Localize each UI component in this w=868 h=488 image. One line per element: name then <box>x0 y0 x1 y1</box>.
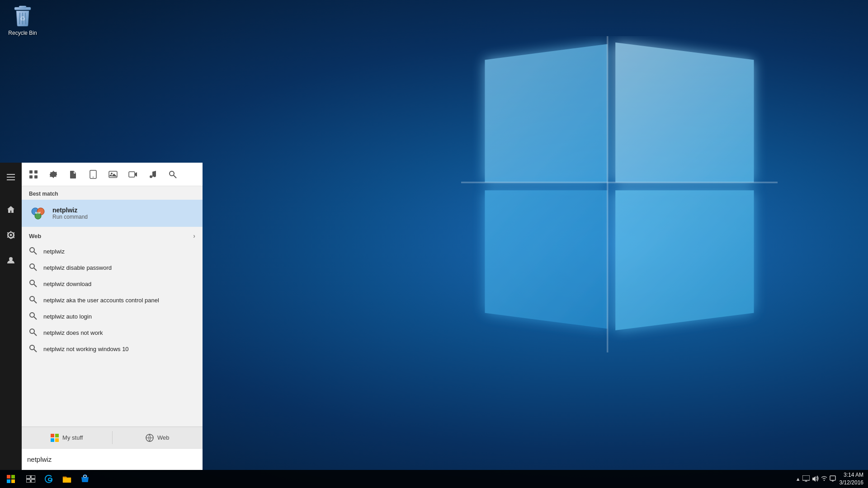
taskbar-edge-icon[interactable] <box>40 470 58 488</box>
sidebar-home[interactable] <box>0 199 22 221</box>
svg-line-40 <box>34 284 37 287</box>
best-match-sub: Run command <box>52 214 88 220</box>
taskbar-right: ▲ <box>796 471 868 487</box>
best-match-text: netplwiz Run command <box>52 206 88 220</box>
netplwiz-icon: usr <box>29 204 47 222</box>
svg-line-48 <box>34 349 37 352</box>
svg-rect-12 <box>7 174 15 175</box>
web-search-icon-0 <box>29 247 38 256</box>
web-result-text-1: netplwiz disable password <box>43 264 112 271</box>
web-result-3[interactable]: netplwiz aka the user accounts control p… <box>22 292 203 308</box>
web-search-icon-3 <box>29 296 38 305</box>
taskbar-display-icon[interactable] <box>802 475 810 483</box>
svg-rect-55 <box>7 475 10 479</box>
web-result-2[interactable]: netplwiz download <box>22 276 203 292</box>
taskbar: ▲ <box>0 470 868 488</box>
filter-photos-icon[interactable] <box>108 170 118 179</box>
filter-files-icon[interactable] <box>69 170 78 179</box>
web-section-label: Web <box>29 233 41 239</box>
web-search-icon-5 <box>29 328 38 337</box>
taskbar-start-button[interactable] <box>0 470 22 488</box>
taskbar-clock[interactable]: 3:14 AM 3/12/2016 <box>840 471 863 487</box>
taskbar-volume-icon[interactable] <box>811 475 819 483</box>
filter-settings-icon[interactable] <box>49 170 58 179</box>
web-result-5[interactable]: netplwiz does not work <box>22 324 203 341</box>
svg-rect-50 <box>55 434 59 437</box>
svg-point-16 <box>9 257 13 261</box>
web-search-icon-2 <box>29 279 38 288</box>
web-search-icon-6 <box>29 344 38 353</box>
windows-logo-desktop <box>461 36 778 352</box>
svg-rect-60 <box>31 475 35 479</box>
svg-point-15 <box>10 234 12 236</box>
web-result-text-2: netplwiz download <box>43 281 91 287</box>
taskbar-date-display: 3/12/2016 <box>840 479 863 487</box>
svg-rect-26 <box>129 172 135 177</box>
search-input-bar <box>22 448 203 470</box>
svg-point-35 <box>30 248 34 252</box>
web-result-1[interactable]: netplwiz disable password <box>22 259 203 276</box>
taskbar-store-icon[interactable] <box>76 470 94 488</box>
web-result-4[interactable]: netplwiz auto login <box>22 308 203 324</box>
best-match-label: Best match <box>22 186 203 200</box>
sidebar-user[interactable] <box>0 249 22 271</box>
svg-point-45 <box>30 329 34 333</box>
svg-rect-13 <box>7 177 15 178</box>
taskbar-network-icon[interactable] <box>821 475 828 483</box>
svg-text:usr: usr <box>35 210 41 215</box>
taskbar-sys-icons: ▲ <box>796 475 836 483</box>
taskbar-task-view[interactable] <box>22 470 40 488</box>
svg-point-25 <box>111 173 113 174</box>
best-match-item[interactable]: usr netplwiz Run command <box>22 200 203 227</box>
svg-rect-62 <box>31 479 35 483</box>
filter-tab-web-label: Web <box>157 434 170 441</box>
filter-video-icon[interactable] <box>128 170 137 179</box>
recycle-bin-label: Recycle Bin <box>8 30 37 36</box>
best-match-name: netplwiz <box>52 206 88 214</box>
bottom-filter-bar: My stuff Web <box>22 427 203 448</box>
web-search-icon-4 <box>29 312 38 321</box>
svg-rect-14 <box>7 179 15 180</box>
web-search-icon-1 <box>29 263 38 272</box>
web-result-0[interactable]: netplwiz <box>22 243 203 259</box>
svg-rect-17 <box>29 170 33 174</box>
taskbar-file-explorer[interactable] <box>58 470 76 488</box>
filter-tablet-icon[interactable] <box>89 170 98 179</box>
svg-rect-19 <box>29 175 33 178</box>
filter-tab-my-stuff[interactable]: My stuff <box>22 427 112 448</box>
svg-line-36 <box>34 252 37 254</box>
start-sidebar <box>0 163 22 470</box>
taskbar-action-center[interactable] <box>830 475 836 483</box>
svg-rect-58 <box>11 479 15 483</box>
svg-point-39 <box>30 280 34 285</box>
web-result-text-5: netplwiz does not work <box>43 329 103 336</box>
web-results-list: netplwiz netplwiz disable password netpl… <box>22 243 203 357</box>
filter-music-icon[interactable] <box>148 170 157 179</box>
sidebar-settings[interactable] <box>0 224 22 246</box>
svg-line-38 <box>34 268 37 271</box>
svg-marker-2 <box>485 190 608 328</box>
svg-point-27 <box>150 175 152 178</box>
filter-tab-web[interactable]: Web <box>113 427 203 448</box>
svg-marker-1 <box>615 42 754 183</box>
svg-line-46 <box>34 333 37 336</box>
svg-rect-18 <box>34 170 38 174</box>
web-section-header[interactable]: Web › <box>22 229 203 243</box>
filter-search-icon[interactable] <box>168 170 177 179</box>
svg-rect-52 <box>55 438 59 442</box>
taskbar-show-hidden[interactable]: ▲ <box>796 476 801 482</box>
svg-text:♻: ♻ <box>20 15 26 22</box>
sidebar-hamburger[interactable] <box>0 166 22 188</box>
web-result-6[interactable]: netplwiz not working windows 10 <box>22 341 203 357</box>
filter-apps-icon[interactable] <box>29 170 38 179</box>
recycle-bin[interactable]: ♻ Recycle Bin <box>5 5 41 36</box>
svg-rect-64 <box>802 475 810 480</box>
filter-row <box>22 163 203 186</box>
search-input[interactable] <box>27 455 197 463</box>
svg-rect-49 <box>51 434 54 437</box>
svg-point-41 <box>30 296 34 301</box>
svg-marker-0 <box>485 44 608 183</box>
web-result-text-3: netplwiz aka the user accounts control p… <box>43 297 159 304</box>
svg-point-47 <box>30 345 34 350</box>
filter-tab-my-stuff-label: My stuff <box>62 434 83 441</box>
